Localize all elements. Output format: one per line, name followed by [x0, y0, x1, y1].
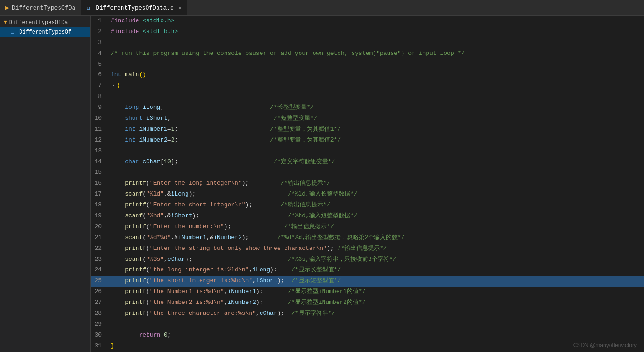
- code-container: 1 #include <stdio.h> 2 #include <stdlib.…: [91, 16, 644, 352]
- tab-bar: ▶ DifferentTypesOfDa ◻ DifferentTypesOfD…: [0, 0, 644, 16]
- sidebar-file-icon: ◻: [11, 29, 17, 35]
- line-content-23: scanf("%3s",cChar); /*%3s,输入字符串，只接收前3个字符…: [109, 254, 644, 265]
- code-line-18: 18 printf("Enter the short integer\n"); …: [91, 200, 644, 211]
- code-line-16: 16 printf("Enter the long integer\n"); /…: [91, 178, 644, 189]
- tab-file-label: DifferentTypesOfData.c: [96, 5, 174, 11]
- line-content-10: short iShort; /*短整型变量*/: [109, 113, 644, 124]
- line-content-24: printf("the long interger is:%ld\n",iLon…: [109, 265, 644, 276]
- line-num-2: 2: [91, 27, 109, 38]
- line-content-25: printf("the short interger is:%hd\n",iSh…: [109, 276, 644, 287]
- line-num-10: 10: [91, 113, 109, 124]
- line-content-29: [109, 319, 644, 330]
- line-content-21: scanf("%d*%d",&iNumber1,&iNumber2); /*%d…: [109, 233, 644, 244]
- sidebar-item-folder[interactable]: ▼ DifferentTypesOfDa: [0, 18, 90, 27]
- sidebar: ▼ DifferentTypesOfDa ◻ DifferentTypesOf: [0, 16, 91, 352]
- code-line-9: 9 long iLong; /*长整型变量*/: [91, 103, 644, 113]
- code-line-13: 13: [91, 146, 644, 157]
- line-num-18: 18: [91, 200, 109, 211]
- line-num-12: 12: [91, 135, 109, 146]
- fold-icon-7[interactable]: -: [111, 83, 116, 88]
- code-line-7: 7 -{: [91, 81, 644, 92]
- code-line-17: 17 scanf("%ld",&iLong); /*%ld,输入长整型数据*/: [91, 189, 644, 200]
- code-line-6: 6 int main(): [91, 70, 644, 81]
- tab-folder-label: DifferentTypesOfDa: [12, 5, 75, 11]
- folder-icon: ▶: [5, 4, 9, 11]
- line-content-22: printf("Enter the string but only show t…: [109, 244, 644, 254]
- line-content-1: #include <stdio.h>: [109, 16, 644, 27]
- line-num-1: 1: [91, 16, 109, 27]
- line-content-16: printf("Enter the long integer\n"); /*输出…: [109, 178, 644, 189]
- line-num-30: 30: [91, 330, 109, 341]
- line-content-31: }: [109, 341, 644, 352]
- code-line-8: 8: [91, 92, 644, 103]
- line-num-13: 13: [91, 146, 109, 157]
- line-num-4: 4: [91, 49, 109, 59]
- line-content-13: [109, 146, 644, 157]
- sidebar-item-file[interactable]: ◻ DifferentTypesOf: [0, 27, 90, 37]
- code-line-2: 2 #include <stdlib.h>: [91, 27, 644, 38]
- line-num-8: 8: [91, 92, 109, 103]
- editor-area[interactable]: 1 #include <stdio.h> 2 #include <stdlib.…: [91, 16, 644, 352]
- tab-close-icon[interactable]: ✕: [178, 5, 182, 11]
- code-line-5: 5: [91, 59, 644, 70]
- line-num-26: 26: [91, 287, 109, 298]
- line-content-4: /* run this program using the console pa…: [109, 49, 644, 59]
- line-num-17: 17: [91, 189, 109, 200]
- sidebar-file-label: DifferentTypesOf: [19, 29, 71, 35]
- line-num-21: 21: [91, 233, 109, 244]
- tab-folder[interactable]: ▶ DifferentTypesOfDa: [0, 0, 81, 15]
- line-content-6: int main(): [109, 70, 644, 81]
- code-line-19: 19 scanf("%hd",&iShort); /*%hd,输入短整型数据*/: [91, 211, 644, 222]
- line-content-28: printf("the three character are:%s\n",cC…: [109, 308, 644, 319]
- ide-container: ▶ DifferentTypesOfDa ◻ DifferentTypesOfD…: [0, 0, 644, 352]
- file-icon: ◻: [87, 5, 93, 11]
- code-line-15: 15: [91, 167, 644, 178]
- line-content-9: long iLong; /*长整型变量*/: [109, 103, 644, 113]
- line-content-20: printf("Enter the number:\n"); /*输出信息提示*…: [109, 222, 644, 233]
- code-line-31: 31 }: [91, 341, 644, 352]
- line-num-6: 6: [91, 70, 109, 81]
- code-line-20: 20 printf("Enter the number:\n"); /*输出信息…: [91, 222, 644, 233]
- code-line-11: 11 int iNumber1=1; /*整型变量，为其赋值1*/: [91, 124, 644, 135]
- code-line-21: 21 scanf("%d*%d",&iNumber1,&iNumber2); /…: [91, 233, 644, 244]
- line-num-25: 25: [91, 276, 109, 287]
- code-line-27: 27 printf("the Number2 is:%d\n",iNumber2…: [91, 298, 644, 308]
- line-content-15: [109, 167, 644, 178]
- line-num-3: 3: [91, 38, 109, 49]
- line-num-19: 19: [91, 211, 109, 222]
- code-line-26: 26 printf("the Number1 is:%d\n",iNumber1…: [91, 287, 644, 298]
- line-num-5: 5: [91, 59, 109, 70]
- line-content-11: int iNumber1=1; /*整型变量，为其赋值1*/: [109, 124, 644, 135]
- code-line-22: 22 printf("Enter the string but only sho…: [91, 244, 644, 254]
- line-num-15: 15: [91, 167, 109, 178]
- tab-file[interactable]: ◻ DifferentTypesOfData.c ✕: [81, 0, 187, 15]
- line-content-18: printf("Enter the short integer\n"); /*输…: [109, 200, 644, 211]
- line-content-30: return 0;: [109, 330, 644, 341]
- sidebar-folder-label: DifferentTypesOfDa: [9, 20, 68, 26]
- line-content-17: scanf("%ld",&iLong); /*%ld,输入长整型数据*/: [109, 189, 644, 200]
- code-line-12: 12 int iNumber2=2; /*整型变量，为其赋值2*/: [91, 135, 644, 146]
- line-num-11: 11: [91, 124, 109, 135]
- code-line-23: 23 scanf("%3s",cChar); /*%3s,输入字符串，只接收前3…: [91, 254, 644, 265]
- line-content-26: printf("the Number1 is:%d\n",iNumber1); …: [109, 287, 644, 298]
- code-line-1: 1 #include <stdio.h>: [91, 16, 644, 27]
- line-content-3: [109, 38, 644, 49]
- line-num-16: 16: [91, 178, 109, 189]
- line-content-5: [109, 59, 644, 70]
- code-line-25: 25 printf("the short interger is:%hd\n",…: [91, 276, 644, 287]
- line-content-7: -{: [109, 81, 644, 92]
- line-content-2: #include <stdlib.h>: [109, 27, 644, 38]
- line-num-14: 14: [91, 157, 109, 168]
- code-line-30: 30 return 0;: [91, 330, 644, 341]
- line-content-19: scanf("%hd",&iShort); /*%hd,输入短整型数据*/: [109, 211, 644, 222]
- code-line-24: 24 printf("the long interger is:%ld\n",i…: [91, 265, 644, 276]
- main-area: ▼ DifferentTypesOfDa ◻ DifferentTypesOf …: [0, 16, 644, 352]
- code-line-29: 29: [91, 319, 644, 330]
- code-line-14: 14 char cChar[10]; /*定义字符数组变量*/: [91, 157, 644, 168]
- line-num-29: 29: [91, 319, 109, 330]
- code-line-4: 4 /* run this program using the console …: [91, 49, 644, 59]
- code-line-3: 3: [91, 38, 644, 49]
- line-num-31: 31: [91, 341, 109, 352]
- line-num-22: 22: [91, 244, 109, 254]
- watermark: CSDN @manyoftenvictory: [573, 342, 637, 348]
